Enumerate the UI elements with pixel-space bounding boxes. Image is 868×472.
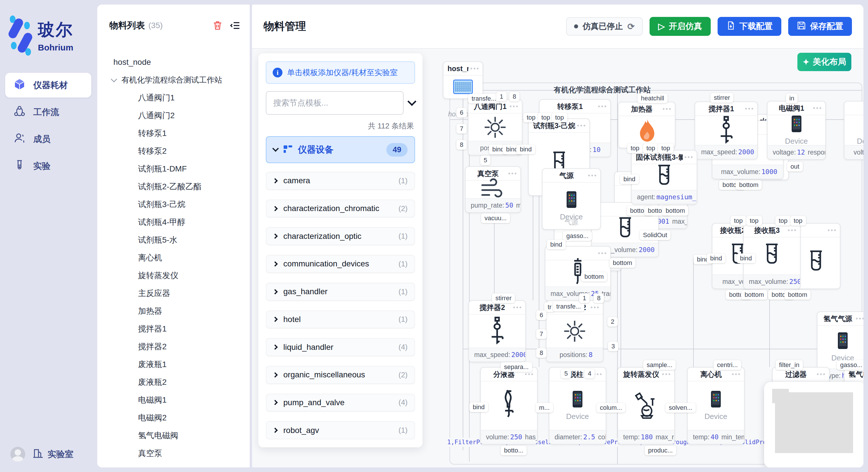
port-pill-8[interactable]: 8 <box>536 348 547 358</box>
port-pill-3[interactable]: 3 <box>608 341 618 351</box>
sidebar-item-lab[interactable]: 实验室 <box>32 448 73 461</box>
port-pill-8[interactable]: 8 <box>509 92 520 102</box>
port-pill-bottom[interactable]: bottom <box>609 258 636 268</box>
tree-item-3[interactable]: 转移泵2 <box>110 142 241 160</box>
port-pill-top[interactable]: top <box>552 113 567 123</box>
node-menu-icon[interactable] <box>745 108 753 109</box>
tree-item-2[interactable]: 转移泵1 <box>110 125 241 142</box>
port-pill-vacuu[interactable]: vacuu... <box>481 213 510 223</box>
category-pump_and_valve[interactable]: pump_and_valve(4) <box>266 394 415 412</box>
port-pill-6[interactable]: 6 <box>536 310 547 320</box>
tree-item-14[interactable]: 搅拌器2 <box>110 338 241 356</box>
port-pill-8[interactable]: 8 <box>456 140 467 150</box>
port-pill-top[interactable]: top <box>790 216 806 226</box>
port-pill-sample[interactable]: sample... <box>643 360 676 370</box>
tree-item-4[interactable]: 试剂瓶1-DMF <box>110 160 241 178</box>
simulation-status-pill[interactable]: 仿真已停止 ⟳ <box>566 17 643 36</box>
chevron-down-icon[interactable] <box>407 97 416 106</box>
tree-item-20[interactable]: 真空泵 <box>110 444 241 462</box>
tree-item-6[interactable]: 试剂瓶3-己烷 <box>110 196 241 213</box>
section-instruments[interactable]: 仪器设备 49 <box>266 136 415 163</box>
node-menu-icon[interactable] <box>598 105 606 107</box>
sidebar-item-experiments[interactable]: 实验 <box>5 154 91 178</box>
beautify-layout-button[interactable]: ✦ 美化布局 <box>797 53 851 71</box>
port-pill-SolidOut[interactable]: SolidOut <box>640 230 671 240</box>
port-pill-bottom[interactable]: bottom <box>581 272 607 281</box>
port-pill-7[interactable]: 7 <box>536 329 547 339</box>
sidebar-item-members[interactable]: 成员 <box>5 127 91 151</box>
port-pill-top[interactable]: top <box>627 143 643 153</box>
node-menu-icon[interactable] <box>594 373 601 375</box>
port-pill-1[interactable]: 1 <box>579 293 590 303</box>
tree-item-0[interactable]: 八通阀门1 <box>110 89 241 107</box>
port-pill-gasso[interactable]: gasso... <box>837 360 863 370</box>
category-communication_devices[interactable]: communication_devices(1) <box>266 255 415 273</box>
tree-item-19[interactable]: 氢气电磁阀 <box>110 427 241 444</box>
port-pill-bind[interactable]: bind <box>547 240 566 249</box>
port-pill-stirrer[interactable]: stirrer <box>492 293 515 303</box>
sidebar-item-instruments[interactable]: 仪器耗材 <box>5 73 91 98</box>
category-characterization_optic[interactable]: characterization_optic(1) <box>266 227 415 245</box>
node-menu-icon[interactable] <box>685 156 693 158</box>
port-pill-2[interactable]: 2 <box>608 317 618 327</box>
port-pill-7[interactable]: 7 <box>456 124 467 134</box>
tree-item-9[interactable]: 离心机 <box>110 249 241 267</box>
port-pill-top[interactable]: top <box>523 113 539 123</box>
port-pill-bind[interactable]: bind <box>516 144 535 154</box>
port-pill-1[interactable]: 1 <box>496 92 507 102</box>
port-pill-botto[interactable]: botto... <box>501 446 527 456</box>
category-liquid_handler[interactable]: liquid_handler(4) <box>266 338 415 356</box>
port-pill-5[interactable]: 5 <box>561 369 571 378</box>
port-pill-bottom[interactable]: bottom <box>741 290 767 300</box>
canvas-node-gas-source[interactable]: 气源Device气源 <box>542 168 601 230</box>
download-config-button[interactable]: 下载配置 <box>718 17 781 36</box>
port-pill-in[interactable]: in <box>786 94 798 103</box>
port-pill-separa[interactable]: separa... <box>501 362 532 372</box>
port-pill-bottom[interactable]: bottom <box>662 206 688 216</box>
node-menu-icon[interactable] <box>856 318 863 319</box>
port-pill-centri[interactable]: centri... <box>714 360 741 370</box>
collapse-list-icon[interactable] <box>229 20 241 31</box>
node-menu-icon[interactable] <box>510 105 518 107</box>
category-gas_handler[interactable]: gas_handler(1) <box>266 283 415 301</box>
canvas-node-vacuum[interactable]: 真空泵pump_rate:50max_vacuum:0.1 <box>465 166 521 213</box>
port-pill-colum[interactable]: colum... <box>596 403 625 413</box>
canvas-node-solenoid2[interactable]: Devicevoltage:12 <box>844 101 863 160</box>
category-hotel[interactable]: hotel(1) <box>266 310 415 329</box>
category-robot_agv[interactable]: robot_agv(1) <box>266 421 415 439</box>
port-pill-top[interactable]: top <box>538 113 554 123</box>
port-pill-heatchill[interactable]: heatchill <box>638 94 668 103</box>
port-pill-bind[interactable]: bind <box>737 254 755 263</box>
port-pill-gasso[interactable]: gasso... <box>563 231 592 241</box>
trash-icon[interactable] <box>212 20 223 31</box>
node-menu-icon[interactable] <box>513 307 521 308</box>
tree-item-5[interactable]: 试剂瓶2-乙酸乙酯 <box>110 178 241 196</box>
node-menu-icon[interactable] <box>591 307 599 308</box>
node-menu-icon[interactable] <box>508 173 516 174</box>
port-pill-6[interactable]: 6 <box>456 108 467 117</box>
port-pill-top[interactable]: top <box>731 216 746 226</box>
tree-item-11[interactable]: 主反应器 <box>110 284 241 302</box>
port-pill-top[interactable]: top <box>775 216 791 226</box>
tree-item-18[interactable]: 电磁阀2 <box>110 409 241 427</box>
port-pill-transfe[interactable]: transfe... <box>468 94 500 103</box>
tree-item-13[interactable]: 搅拌器1 <box>110 320 241 338</box>
tree-item-16[interactable]: 废液瓶2 <box>110 373 241 391</box>
port-pill-top[interactable]: top <box>658 143 674 153</box>
search-input[interactable] <box>266 91 404 115</box>
port-pill-filterin[interactable]: filter_in <box>776 360 803 370</box>
canvas-node-centrifuge[interactable]: 离心机Devicetemp:40min_temp:4max_spe <box>687 367 745 444</box>
port-pill-bind[interactable]: bind <box>707 254 725 263</box>
tree-item-10[interactable]: 旋转蒸发仪 <box>110 267 241 284</box>
canvas-node-stirrer2[interactable]: 搅拌器2max_speed:2000 <box>468 300 526 362</box>
port-pill-stirrer[interactable]: stirrer <box>710 93 733 103</box>
port-pill-solven[interactable]: solven... <box>665 403 696 413</box>
canvas-node-solidbottle3[interactable]: 固体试剂瓶3-氯化镁agent:magnesium_chloridephys <box>631 150 697 204</box>
port-pill-top[interactable]: top <box>643 143 659 153</box>
node-menu-icon[interactable] <box>588 175 596 176</box>
canvas-node-solenoid1[interactable]: 电磁阀1Devicevoltage:12response_time:0.1 <box>767 101 826 160</box>
canvas-node-host-node[interactable]: host_node <box>443 61 483 99</box>
node-menu-icon[interactable] <box>525 373 533 375</box>
port-pill-out[interactable]: out <box>787 162 803 171</box>
node-menu-icon[interactable] <box>817 373 825 375</box>
